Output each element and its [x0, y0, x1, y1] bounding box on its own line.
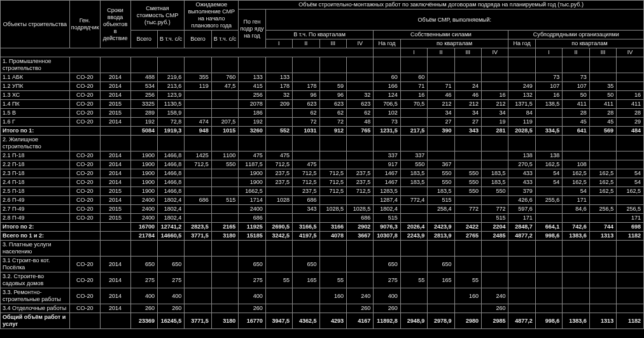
cell: 209 — [265, 100, 292, 109]
cell: 34 — [482, 109, 508, 118]
cell: 275 — [239, 272, 265, 288]
cell — [482, 241, 508, 257]
cell: 712,5 — [319, 169, 346, 178]
cell — [617, 136, 644, 151]
col-volume-exec: Объём СМР, выполняемый: — [265, 10, 643, 31]
cell — [400, 288, 427, 304]
cell: 2028,5 — [508, 127, 535, 136]
cell — [535, 136, 562, 151]
cell — [100, 127, 130, 136]
cell — [589, 136, 616, 151]
cell: 534 — [130, 82, 157, 91]
table-row: Всего по 1 и 2:2178414660,53771,53180151… — [1, 232, 644, 241]
cell: 1182 — [617, 232, 644, 241]
cell — [69, 223, 100, 232]
table-body: 1. Промышленное строительство1.1 АБКCO-2… — [1, 57, 644, 329]
col-sub: Субподрядными организациями — [508, 31, 644, 39]
cell — [482, 196, 508, 205]
cell: 27 — [454, 118, 481, 127]
cell — [563, 241, 589, 257]
cell: 260 — [482, 304, 508, 313]
cell: 192 — [239, 118, 265, 127]
cell: 515 — [374, 214, 400, 223]
cell — [508, 136, 535, 151]
cell: 912 — [319, 127, 346, 136]
cell: 160 — [319, 288, 346, 304]
col-expected: Ожидаемое выполнение СМР на начало плано… — [185, 1, 239, 31]
cell — [211, 187, 238, 196]
cell: 515 — [482, 214, 508, 223]
cell — [428, 304, 454, 313]
cell: 107 — [563, 82, 589, 91]
cell — [508, 272, 535, 288]
cell: 60 — [400, 73, 427, 82]
cell: 2980 — [454, 313, 481, 329]
cell — [265, 257, 292, 272]
cell: 426,6 — [508, 196, 535, 205]
cell: 712,5 — [265, 160, 292, 169]
cell: 21784 — [130, 232, 157, 241]
cell — [100, 232, 130, 241]
cell: CO-20 — [69, 196, 100, 205]
cell: 2015 — [100, 187, 130, 196]
cell — [617, 82, 644, 91]
col-est-ss: В т.ч. с/с — [157, 31, 184, 48]
cell: 46 — [428, 91, 454, 100]
cell: 133 — [265, 73, 292, 82]
table-row: 1.2 УПКCO-202014534213,611947,5415178178… — [1, 82, 644, 91]
cell — [589, 214, 616, 223]
cell: 1900 — [130, 169, 157, 178]
cell: 2902 — [346, 223, 373, 232]
cell — [346, 241, 373, 257]
cell — [563, 272, 589, 288]
cell — [617, 288, 644, 304]
cell: 550 — [428, 178, 454, 187]
cell: 4877,2 — [508, 232, 535, 241]
cell: 255,6 — [535, 196, 562, 205]
cell: 256 — [130, 91, 157, 100]
cell: 337 — [374, 151, 400, 160]
cell: 50 — [589, 91, 616, 100]
cell — [589, 57, 616, 73]
q2: II — [293, 39, 319, 48]
table-row: 3.3. Ремонтно-строительные работыCO-2020… — [1, 288, 644, 304]
cell: 3180 — [211, 232, 238, 241]
cell — [157, 136, 184, 151]
cell: 411 — [589, 100, 616, 109]
table-row: 3.4 Отделочные работыCO-2020142602602602… — [1, 304, 644, 313]
cell: 237,5 — [265, 169, 292, 178]
cell: 28 — [617, 109, 644, 118]
cell — [535, 187, 562, 196]
row-label: 1.3 ХС — [1, 91, 70, 100]
cell — [374, 57, 400, 73]
cell — [185, 109, 211, 118]
cell: 433 — [508, 169, 535, 178]
cell — [185, 304, 211, 313]
cell: 2948,9 — [400, 313, 427, 329]
cell: 650 — [293, 257, 319, 272]
cell: 260 — [130, 304, 157, 313]
cell — [400, 57, 427, 73]
table-row: 1. Промышленное строительство — [1, 57, 644, 73]
cell: 2014 — [100, 82, 130, 91]
cell — [293, 214, 319, 223]
cell: 50 — [563, 91, 589, 100]
cell: 3667 — [346, 232, 373, 241]
cell: 107 — [535, 82, 562, 91]
cell: 14660,5 — [157, 232, 184, 241]
cell — [482, 151, 508, 160]
cell — [617, 304, 644, 313]
cell: 1028 — [265, 196, 292, 205]
cell — [482, 82, 508, 91]
cell: 1900 — [130, 187, 157, 196]
cell: 712,5 — [293, 178, 319, 187]
cell: 686 — [293, 196, 319, 205]
cell: 260 — [157, 304, 184, 313]
cell: 550 — [454, 169, 481, 178]
cell: 119 — [185, 82, 211, 91]
cell — [130, 57, 157, 73]
cell: 102 — [374, 109, 400, 118]
cell — [185, 272, 211, 288]
construction-plan-table: Объекты строительства Ген. подрядчик Сро… — [0, 0, 644, 329]
cell: 62 — [293, 109, 319, 118]
